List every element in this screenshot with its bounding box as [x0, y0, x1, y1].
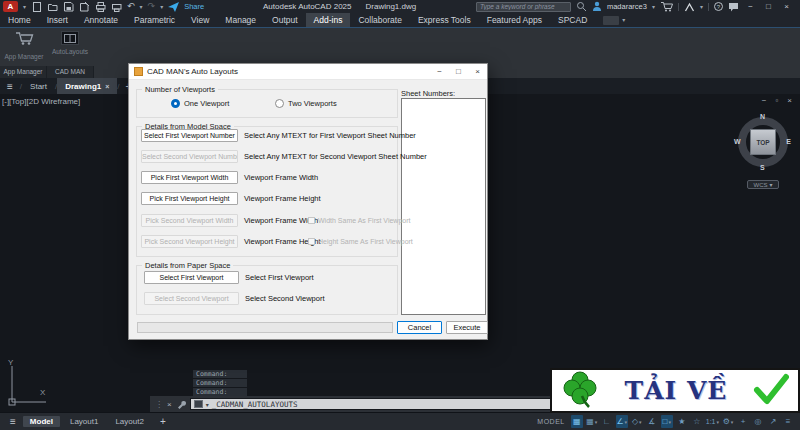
file-tab-drawing1[interactable]: Drawing1 ×	[57, 78, 117, 94]
undo-icon[interactable]: ↶	[127, 2, 135, 11]
compass-north[interactable]: N	[760, 113, 765, 120]
download-banner[interactable]: TẢI VỀ	[550, 368, 800, 413]
checkbox-icon[interactable]	[308, 217, 315, 224]
share-label[interactable]: Share	[184, 2, 204, 11]
viewcube-top-face[interactable]: TOP	[750, 129, 776, 155]
dialog-titlebar[interactable]: CAD MAN's Auto Layouts − □ ×	[129, 64, 487, 80]
command-input-text[interactable]: _CADMAN_AUTOLAYOUTS	[212, 400, 298, 409]
select-first-viewport-button[interactable]: Select First Viewport	[144, 271, 239, 284]
width-same-as-first-checkbox[interactable]: Width Same As First Viewport	[308, 217, 410, 224]
pick-first-viewport-height-button[interactable]: Pick First Viewport Height	[141, 192, 238, 205]
grid-toggle-icon[interactable]: ▦	[571, 415, 583, 428]
file-tab-start[interactable]: Start	[22, 78, 55, 94]
tab-output[interactable]: Output	[264, 13, 306, 27]
username[interactable]: madararce3	[607, 2, 647, 11]
close-tab-icon[interactable]: ×	[105, 83, 109, 90]
polar-tracking-icon[interactable]: ∠▾	[616, 415, 628, 428]
clean-screen-icon[interactable]: ↗	[767, 415, 779, 428]
layout-tabs-menu-icon[interactable]: ≡	[6, 416, 20, 427]
tab-view[interactable]: View	[183, 13, 217, 27]
object-snap-tracking-icon[interactable]: ∡	[646, 415, 658, 428]
select-second-viewport-number-button[interactable]: Select Second Viewport Number	[141, 150, 238, 163]
compass-east[interactable]: E	[786, 138, 791, 145]
tab-add-ins[interactable]: Add-ins	[306, 13, 351, 27]
wcs-selector[interactable]: WCS ▾	[747, 180, 779, 189]
file-tabs-menu-icon[interactable]: ≡	[0, 81, 20, 92]
panel-cad-man[interactable]: CAD MAN	[47, 66, 94, 78]
redo-icon[interactable]: ↷	[148, 2, 156, 11]
radio-unselected-icon[interactable]	[275, 99, 284, 108]
tab-home[interactable]: Home	[0, 13, 39, 27]
window-minimize-button[interactable]: −	[744, 2, 757, 11]
viewcube[interactable]: N S W E TOP	[735, 114, 791, 170]
ortho-toggle-icon[interactable]: ∟	[601, 415, 613, 428]
window-close-button[interactable]: ×	[780, 2, 793, 11]
tab-manage[interactable]: Manage	[217, 13, 264, 27]
window-maximize-button[interactable]: □	[762, 2, 775, 11]
pick-second-viewport-height-button[interactable]: Pick Second Viewport Height	[141, 235, 238, 248]
search-input[interactable]	[477, 3, 570, 11]
viewport-controls-label[interactable]: [-][Top][2D Wireframe]	[2, 97, 80, 106]
execute-button[interactable]: Execute	[446, 321, 488, 334]
layout-tab-layout2[interactable]: Layout2	[108, 416, 150, 427]
tab-insert[interactable]: Insert	[39, 13, 76, 27]
pick-first-viewport-width-button[interactable]: Pick First Viewport Width	[141, 171, 238, 184]
customize-wrench-icon[interactable]	[176, 395, 186, 413]
annotation-autoscale-icon[interactable]: ☆	[691, 415, 703, 428]
compass-west[interactable]: W	[734, 138, 741, 145]
layout-tab-layout1[interactable]: Layout1	[63, 416, 105, 427]
workspace-gear-icon[interactable]: ⚙▾	[722, 415, 734, 428]
annotation-add-scales-icon[interactable]: +	[737, 415, 749, 428]
compass-south[interactable]: S	[760, 164, 765, 171]
annotation-scale-selector[interactable]: 1:1▾	[706, 415, 719, 428]
new-layout-button[interactable]: +	[154, 416, 172, 427]
isolate-objects-icon[interactable]: ◎	[752, 415, 764, 428]
annotation-visibility-icon[interactable]: ★	[676, 415, 688, 428]
download-label[interactable]: TẢI VỀ	[625, 376, 728, 405]
ucs-x-label: X	[40, 388, 45, 397]
viewport-minimize-icon[interactable]: −	[762, 96, 767, 105]
autodesk-menu-caret-icon[interactable]: ▾	[700, 4, 703, 10]
select-second-viewport-button[interactable]: Select Second Viewport	[144, 292, 239, 305]
autolayouts-button[interactable]: AutoLayouts	[48, 31, 92, 65]
tab-annotate[interactable]: Annotate	[76, 13, 126, 27]
dialog-close-button[interactable]: ×	[468, 64, 487, 80]
dialog-minimize-button[interactable]: −	[430, 64, 449, 80]
cancel-button[interactable]: Cancel	[397, 321, 442, 334]
model-space-indicator[interactable]: MODEL	[537, 418, 564, 425]
app-menu-button[interactable]: A	[3, 1, 18, 12]
tab-parametric[interactable]: Parametric	[126, 13, 183, 27]
isodraft-icon[interactable]: ◇▾	[631, 415, 643, 428]
select-first-viewport-number-button[interactable]: Select First Viewport Number	[141, 129, 238, 142]
radio-selected-icon[interactable]	[171, 99, 180, 108]
height-same-as-first-checkbox[interactable]: Height Same As First Viewport	[308, 238, 413, 245]
app-manager-button[interactable]: App Manager	[2, 31, 46, 65]
command-bar-grip-icon[interactable]: ⋮	[155, 400, 163, 409]
panel-app-manager[interactable]: App Manager	[0, 66, 47, 78]
tab-collaborate[interactable]: Collaborate	[350, 13, 409, 27]
recent-commands-icon[interactable]	[194, 400, 203, 408]
user-menu-caret-icon[interactable]: ▾	[652, 4, 655, 10]
viewport-restore-icon[interactable]: ▫	[775, 96, 778, 105]
pick-second-viewport-width-button[interactable]: Pick Second Viewport Width	[141, 214, 238, 227]
dialog-maximize-button[interactable]: □	[449, 64, 468, 80]
layout-tab-model[interactable]: Model	[23, 416, 60, 427]
recent-commands-caret-icon[interactable]: ▾	[206, 401, 209, 408]
tab-spcad[interactable]: SPCAD	[550, 13, 595, 27]
undo-caret-icon[interactable]: ▾	[140, 4, 143, 10]
help-icon[interactable]: ?	[714, 2, 723, 11]
ribbon-display-caret-icon[interactable]: ▾	[622, 17, 625, 23]
snap-toggle-icon[interactable]: ▦▾	[586, 415, 598, 428]
command-bar-close-icon[interactable]: ×	[167, 400, 172, 409]
ribbon-display-toggle[interactable]	[603, 16, 619, 25]
object-snap-icon[interactable]: □▾	[661, 415, 673, 428]
customize-status-bar-icon[interactable]: ≡	[782, 415, 794, 428]
app-menu-caret-icon[interactable]: ▾	[23, 4, 26, 10]
viewport-close-icon[interactable]: ×	[787, 96, 792, 105]
tab-express-tools[interactable]: Express Tools	[410, 13, 479, 27]
one-viewport-radio[interactable]: One Viewport	[171, 99, 229, 108]
tab-featured-apps[interactable]: Featured Apps	[479, 13, 550, 27]
checkbox-icon[interactable]	[308, 238, 315, 245]
two-viewports-radio[interactable]: Two Viewports	[275, 99, 337, 108]
redo-caret-icon[interactable]: ▾	[160, 4, 163, 10]
